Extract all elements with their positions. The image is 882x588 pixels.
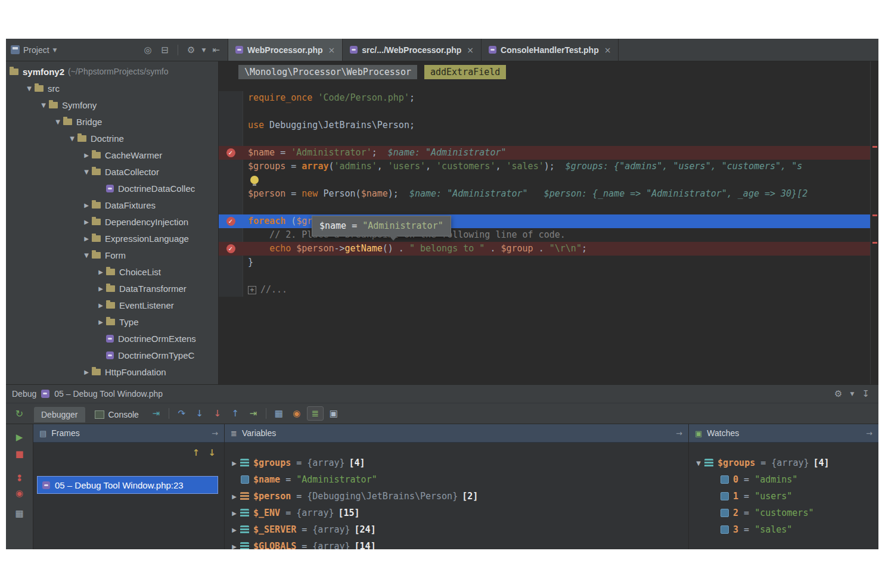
rerun-icon[interactable]: ↻: [15, 408, 23, 419]
previous-frame-icon[interactable]: ↑: [192, 447, 200, 458]
chevron-right-icon[interactable]: ▶: [95, 302, 106, 309]
editor-gutter[interactable]: [219, 187, 243, 201]
chevron-right-icon[interactable]: ▶: [229, 543, 239, 550]
fold-expand-icon[interactable]: +: [248, 286, 256, 294]
chevron-right-icon[interactable]: ▶: [229, 527, 239, 533]
variable-row[interactable]: ▶$_SERVER = {array}[24]: [225, 521, 688, 538]
tree-item-dependencyinjection[interactable]: ▶DependencyInjection: [6, 213, 218, 230]
chevron-down-icon[interactable]: ▼: [24, 85, 35, 92]
breadcrumb-class[interactable]: \Monolog\Processor\WebProcessor: [238, 65, 417, 79]
variable-row[interactable]: 3 = "sales": [689, 521, 878, 538]
view-breakpoints-icon[interactable]: ◉: [15, 489, 23, 498]
watch-method-return-icon[interactable]: ◉: [289, 407, 305, 420]
editor-gutter[interactable]: [219, 256, 243, 269]
editor-gutter[interactable]: [219, 283, 243, 297]
variable-row[interactable]: 0 = "admins": [689, 471, 878, 488]
panel-options-icon[interactable]: →: [866, 429, 872, 438]
chevron-down-icon[interactable]: ▼: [52, 119, 63, 125]
breakpoint-icon[interactable]: ✓: [226, 244, 235, 253]
chevron-right-icon[interactable]: ▶: [81, 202, 92, 209]
copy-stack-icon[interactable]: ▣: [326, 407, 341, 420]
debug-tab-console[interactable]: Console: [88, 407, 146, 422]
variable-row[interactable]: $name = "Administrator": [225, 471, 688, 488]
tree-item-choicelist[interactable]: ▶ChoiceList: [6, 263, 218, 280]
tree-item-expressionlanguage[interactable]: ▶ExpressionLanguage: [6, 230, 218, 247]
chevron-right-icon[interactable]: ▶: [229, 493, 239, 500]
chevron-right-icon[interactable]: ▶: [81, 219, 92, 225]
force-step-into-icon[interactable]: ↓: [210, 407, 225, 420]
editor-gutter[interactable]: [219, 132, 243, 146]
close-icon[interactable]: ×: [328, 45, 336, 55]
chevron-right-icon[interactable]: ▶: [229, 460, 239, 466]
chevron-right-icon[interactable]: ▶: [95, 269, 106, 275]
chevron-down-icon[interactable]: ▼: [81, 169, 92, 175]
chevron-right-icon[interactable]: ▶: [81, 235, 92, 242]
variable-row[interactable]: ▶$groups = {array}[4]: [225, 455, 688, 471]
variable-row[interactable]: ▶$person = {Debugging\JetBrains\Person}[…: [225, 488, 688, 505]
breadcrumb-method[interactable]: addExtraField: [424, 65, 506, 79]
tree-item-doctrinedatacollec[interactable]: DoctrineDataCollec: [6, 180, 218, 197]
tree-item-datatransformer[interactable]: ▶DataTransformer: [6, 280, 218, 297]
chevron-right-icon[interactable]: ▶: [95, 285, 106, 292]
next-frame-icon[interactable]: ↓: [208, 447, 216, 458]
chevron-down-icon[interactable]: ▼: [694, 460, 703, 466]
chevron-right-icon[interactable]: ▶: [81, 152, 92, 158]
editor-gutter[interactable]: [219, 105, 243, 119]
tree-item-datafixtures[interactable]: ▶DataFixtures: [6, 197, 218, 213]
scroll-from-source-icon[interactable]: ◎: [141, 45, 154, 55]
intention-bulb-icon[interactable]: [250, 176, 259, 184]
chevron-down-icon[interactable]: ▼: [850, 391, 855, 397]
editor-gutter[interactable]: [219, 173, 243, 187]
gear-icon[interactable]: ⚙: [184, 45, 198, 55]
gear-icon[interactable]: ⚙: [831, 388, 845, 399]
tree-item-type[interactable]: ▶Type: [6, 313, 218, 330]
tree-item-doctrineormextens[interactable]: DoctrineOrmExtens: [6, 330, 218, 347]
chevron-down-icon[interactable]: ▼: [38, 102, 49, 108]
editor-tab[interactable]: src/.../WebProcessor.php×: [343, 39, 482, 61]
evaluate-expression-icon[interactable]: ▦: [271, 407, 287, 420]
chevron-down-icon[interactable]: ▼: [81, 252, 92, 259]
tree-item-form[interactable]: ▼Form: [6, 247, 218, 263]
editor-gutter[interactable]: ✓: [219, 214, 243, 228]
editor-gutter[interactable]: [219, 201, 243, 214]
tree-item-src[interactable]: ▼src: [6, 80, 218, 97]
resume-icon[interactable]: ▶: [16, 433, 23, 442]
variable-row[interactable]: ▶$_ENV = {array}[15]: [225, 505, 688, 521]
editor-gutter[interactable]: [219, 91, 243, 105]
editor-gutter[interactable]: ✓: [219, 242, 243, 256]
project-panel-title[interactable]: Project: [23, 45, 49, 55]
restore-layout-icon[interactable]: ▦: [15, 509, 23, 518]
panel-options-icon[interactable]: →: [676, 429, 682, 438]
tree-item-doctrine[interactable]: ▼Doctrine: [6, 130, 218, 147]
tree-item-eventlistener[interactable]: ▶EventListener: [6, 297, 218, 313]
show-execution-point-icon[interactable]: ⇥: [148, 407, 164, 420]
tree-item-bridge[interactable]: ▼Bridge: [6, 113, 218, 130]
panel-options-icon[interactable]: →: [212, 429, 218, 438]
step-into-icon[interactable]: ↓: [192, 407, 207, 420]
editor-tab[interactable]: ConsoleHandlerTest.php×: [482, 39, 619, 61]
close-icon[interactable]: ×: [467, 45, 474, 55]
editor-gutter[interactable]: [219, 160, 243, 173]
chevron-right-icon[interactable]: ▶: [95, 319, 106, 325]
variable-row[interactable]: ▶$GLOBALS = {array}[14]: [225, 538, 688, 549]
tree-item-cachewarmer[interactable]: ▶CacheWarmer: [6, 147, 218, 163]
editor-gutter[interactable]: [219, 228, 243, 242]
breakpoint-icon[interactable]: ✓: [226, 148, 235, 157]
editor-gutter[interactable]: ✓: [219, 146, 243, 160]
editor-gutter[interactable]: [219, 269, 243, 283]
stop-icon[interactable]: ■: [15, 449, 23, 459]
tree-item-httpfoundation[interactable]: ▶HttpFoundation: [6, 363, 218, 380]
variable-row[interactable]: 2 = "customers": [689, 505, 878, 521]
tree-item-symfony[interactable]: ▼Symfony: [6, 97, 218, 113]
chevron-down-icon[interactable]: ▼: [53, 47, 57, 53]
chevron-down-icon[interactable]: ▼: [202, 47, 206, 53]
hide-panel-icon[interactable]: ⇤: [209, 45, 223, 55]
error-stripe-scrollbar[interactable]: [870, 61, 878, 384]
inline-values-icon[interactable]: ≣: [307, 406, 324, 421]
variable-row[interactable]: ▼$groups = {array}[4]: [689, 455, 878, 471]
breakpoint-icon[interactable]: ✓: [226, 217, 235, 226]
collapse-all-icon[interactable]: ⊟: [158, 45, 172, 55]
chevron-right-icon[interactable]: ▶: [229, 510, 239, 517]
tree-item-doctrineormtypec[interactable]: DoctrineOrmTypeC: [6, 347, 218, 363]
step-over-icon[interactable]: ↷: [174, 407, 190, 420]
